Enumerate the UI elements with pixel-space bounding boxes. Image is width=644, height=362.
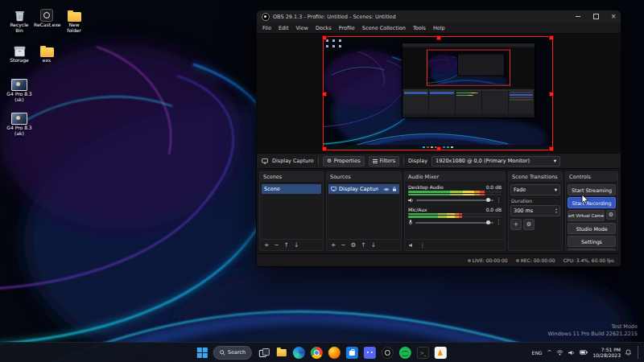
show-desktop-button[interactable] [638, 346, 640, 359]
remove-scene-button[interactable]: − [274, 241, 279, 249]
controls-body: Start Streaming Start Recording Start Vi… [566, 183, 617, 250]
remove-source-button[interactable]: − [341, 241, 345, 249]
sources-header[interactable]: Sources [327, 172, 401, 183]
add-source-button[interactable]: + [331, 241, 336, 249]
start-recording-button[interactable]: Start Recording [568, 197, 616, 208]
desktop-icon-photo-2[interactable]: G4 Pro 8.3 (ak) [6, 111, 32, 137]
notification-bell-icon[interactable] [625, 349, 631, 356]
close-button[interactable]: × [606, 10, 621, 23]
terminal-icon[interactable]: >_ [417, 347, 429, 359]
resize-handle[interactable] [322, 35, 327, 40]
spin-down-icon[interactable]: ▾ [555, 211, 557, 214]
menu-help[interactable]: Help [433, 25, 445, 31]
obs-taskbar-icon[interactable] [382, 347, 394, 359]
display-select[interactable]: 1920x1080 @ 0,0 (Primary Monitor) ▾ [431, 156, 560, 167]
desktop-icon-recycle-bin[interactable]: Recycle Bin [6, 8, 32, 34]
chevron-down-icon: ▾ [555, 187, 557, 193]
volume-icon[interactable] [568, 350, 575, 356]
source-toolbar: Display Capture ⚙ Properties Filters Dis… [257, 154, 621, 169]
resize-handle[interactable] [549, 35, 554, 40]
desktop-icon-recast[interactable]: ReCast.exe [34, 8, 60, 28]
scene-down-button[interactable]: ↓ [294, 241, 299, 249]
scene-up-button[interactable]: ↑ [284, 241, 289, 249]
menu-docks[interactable]: Docks [316, 25, 332, 31]
source-item[interactable]: Display Capture [328, 184, 399, 194]
visibility-eye-icon[interactable] [383, 187, 390, 191]
add-transition-button[interactable]: + [510, 219, 522, 230]
source-up-button[interactable]: ↑ [361, 241, 365, 249]
clock[interactable]: 7:51 PM 10/28/2023 [592, 347, 621, 359]
store-icon[interactable] [346, 347, 358, 359]
resize-handle[interactable] [549, 92, 554, 97]
vlc-icon[interactable] [435, 347, 447, 359]
desktop-icon-new-folder[interactable]: New folder [61, 8, 87, 34]
resize-handle[interactable] [436, 146, 441, 151]
tray-chevron-up-icon[interactable]: ^ [547, 349, 552, 356]
duration-spinbox[interactable]: 300 ms ▴ ▾ [510, 205, 560, 216]
resize-handle[interactable] [322, 92, 327, 97]
lock-icon[interactable] [392, 187, 397, 191]
start-streaming-button[interactable]: Start Streaming [568, 184, 616, 195]
preview-canvas[interactable] [257, 34, 621, 154]
file-explorer-icon[interactable] [275, 347, 287, 359]
transition-select[interactable]: Fade ▾ [510, 184, 560, 195]
edge-icon[interactable] [293, 347, 305, 359]
menu-profile[interactable]: Profile [339, 25, 355, 31]
menu-view[interactable]: View [295, 25, 308, 31]
resize-handle[interactable] [436, 35, 441, 40]
desktop-icon-exs-folder[interactable]: exs [34, 43, 60, 64]
scene-item[interactable]: Scene [262, 184, 321, 194]
mixer-options-icon[interactable]: ⋮ [419, 241, 426, 249]
language-indicator[interactable]: ENG [532, 350, 543, 356]
properties-button[interactable]: ⚙ Properties [323, 156, 365, 167]
speaker-icon[interactable] [409, 243, 415, 248]
transition-properties-button[interactable]: ⚙ [523, 219, 535, 230]
scenes-header[interactable]: Scenes [260, 172, 323, 183]
menu-scene-collection[interactable]: Scene Collection [362, 25, 406, 31]
speaker-icon[interactable] [408, 198, 414, 203]
search-box[interactable]: Search [213, 346, 252, 360]
toolbar-divider [403, 157, 404, 165]
battery-icon[interactable] [580, 350, 588, 355]
add-scene-button[interactable]: + [264, 241, 269, 249]
firefox-icon[interactable] [328, 347, 341, 359]
task-view-icon[interactable] [258, 347, 270, 359]
filters-button[interactable]: Filters [369, 156, 399, 167]
minimize-button[interactable] [571, 10, 585, 23]
discord-icon[interactable] [364, 347, 376, 359]
desktop-icon-storage[interactable]: Storage [6, 43, 32, 64]
mic-icon[interactable] [408, 220, 413, 225]
channel-options-icon[interactable]: ⋮ [496, 220, 502, 225]
captured-desktop [324, 37, 552, 150]
display-capture-selection[interactable] [324, 37, 552, 150]
settings-button[interactable]: Settings [568, 236, 616, 247]
mixer-header[interactable]: Audio Mixer [405, 172, 505, 183]
desktop-icon-photo-1[interactable]: G4 Pro 8.3 (sk) [6, 77, 32, 103]
channel-options-icon[interactable]: ⋮ [496, 198, 502, 204]
transitions-header[interactable]: Scene Transitions [509, 172, 562, 183]
source-down-button[interactable]: ↓ [371, 241, 376, 249]
volume-slider[interactable] [415, 222, 493, 224]
resize-handle[interactable] [322, 146, 327, 151]
menu-edit[interactable]: Edit [279, 25, 289, 31]
start-button[interactable] [197, 348, 208, 358]
volume-meter [408, 213, 502, 216]
menu-file[interactable]: File [262, 25, 271, 31]
studio-mode-button[interactable]: Studio Mode [568, 223, 616, 234]
controls-header[interactable]: Controls [566, 172, 617, 183]
maximize-button[interactable] [588, 10, 603, 23]
resize-handle[interactable] [549, 146, 554, 151]
start-virtual-camera-button[interactable]: Start Virtual Camera [568, 210, 605, 221]
gear-icon: ⚙ [327, 158, 332, 164]
spotify-icon[interactable] [399, 347, 411, 359]
volume-slider[interactable] [416, 200, 493, 201]
wifi-icon[interactable] [556, 350, 564, 356]
chrome-icon[interactable] [311, 347, 323, 359]
source-properties-button[interactable]: ⚙ [351, 241, 357, 249]
menu-tools[interactable]: Tools [413, 25, 426, 31]
desktop-icon-label: ReCast.exe [34, 23, 60, 28]
obs-title-bar[interactable]: OBS 29.1.3 - Profile: Untitled - Scenes:… [257, 10, 621, 23]
exit-button[interactable]: Exit [568, 249, 616, 251]
sources-panel: Sources Display Capture [326, 171, 402, 251]
virtual-camera-settings-button[interactable]: ⚙ [606, 210, 616, 220]
